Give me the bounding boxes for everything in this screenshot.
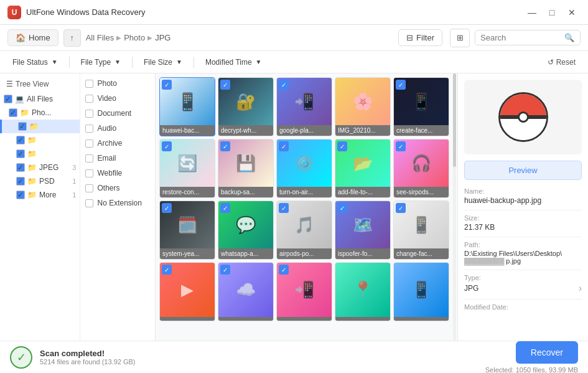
tree-item-sub3[interactable]: ✓ 📁 [0, 147, 80, 161]
tree-label-photo: Pho... [32, 108, 51, 117]
grid-item-8[interactable]: ✓ 📂 add-file-to-... [335, 139, 391, 198]
grid-label-17 [277, 317, 332, 321]
filetype-noext[interactable]: No Extension [80, 196, 155, 210]
filetype-photo[interactable]: Photo [80, 76, 155, 91]
grid-item-19[interactable]: 📱 [393, 262, 449, 321]
grid-item-4[interactable]: ✓ 📱 create-face... [393, 77, 449, 136]
filetype-email[interactable]: Email [80, 151, 155, 166]
minimize-button[interactable]: — [523, 6, 541, 19]
tree-item-all-files[interactable]: ✓ 💻 All Files [0, 92, 80, 106]
tree-checkbox-photo[interactable]: ✓ [9, 108, 17, 117]
reset-button[interactable]: ↺ Reset [541, 55, 582, 69]
grid-check-16: ✓ [220, 265, 230, 275]
file-size-button[interactable]: File Size ▼ [138, 55, 189, 69]
filetype-checkbox-audio[interactable] [85, 125, 93, 133]
grid-item-0[interactable]: ✓ 📱 huawei-bac... [159, 77, 215, 136]
filetype-label-photo: Photo [97, 79, 116, 88]
close-button[interactable]: ✕ [563, 6, 581, 19]
grid-item-10[interactable]: ✓ 🗓️ system-yea... [159, 201, 215, 260]
file-info-section: Name: huawei-backup-app.jpg Size: 21.37 … [464, 187, 582, 334]
reset-label: Reset [556, 58, 576, 67]
tree-item-more[interactable]: ✓ 📁 More 1 [0, 188, 80, 202]
breadcrumb-photo[interactable]: Photo [124, 33, 145, 42]
tree-item-jpeg[interactable]: ✓ 📁 JPEG 3 [0, 161, 80, 174]
grid-scrollbar[interactable] [453, 73, 456, 341]
grid-item-5[interactable]: ✓ 🔄 restore-con... [159, 139, 215, 198]
tree-item-sub1[interactable]: ✓ 📁 [0, 120, 80, 133]
grid-item-3[interactable]: 🌸 IMG_20210... [335, 77, 391, 136]
grid-item-17[interactable]: ✓ 📲 [276, 262, 332, 321]
breadcrumb-allfiles[interactable]: All Files [86, 33, 114, 42]
preview-button[interactable]: Preview [464, 161, 582, 180]
window-controls: — □ ✕ [523, 6, 581, 19]
tree-checkbox-sub1[interactable]: ✓ [18, 122, 27, 131]
tree-item-photo[interactable]: ✓ 📁 Pho... [0, 106, 80, 120]
filetype-checkbox-others[interactable] [85, 184, 93, 192]
grid-item-12[interactable]: ✓ 🎵 airpods-po... [276, 201, 332, 260]
filter-label: Filter [416, 33, 434, 42]
grid-thumb-7: ✓ ⚙️ [277, 139, 332, 187]
tree-checkbox-all[interactable]: ✓ [4, 95, 12, 103]
info-name-row: Name: huawei-backup-app.jpg [464, 187, 582, 205]
grid-item-1[interactable]: ✓ 🔐 decrypt-wh... [218, 77, 274, 136]
tree-checkbox-psd[interactable]: ✓ [16, 177, 25, 186]
file-status-button[interactable]: File Status ▼ [6, 55, 64, 69]
filetype-checkbox-archive[interactable] [85, 139, 93, 148]
toolbar-divider-1 [69, 57, 70, 68]
maximize-button[interactable]: □ [543, 6, 561, 19]
search-input[interactable] [480, 33, 561, 42]
filetype-audio[interactable]: Audio [80, 121, 155, 136]
tree-view-header: ☰ Tree View [0, 76, 80, 92]
modified-time-button[interactable]: Modified Time ▼ [199, 55, 268, 69]
filetype-checkbox-email[interactable] [85, 154, 93, 163]
grid-check-8: ✓ [337, 141, 347, 151]
grid-item-15[interactable]: ✓ ▶ [159, 262, 215, 321]
home-button[interactable]: 🏠 Home [7, 29, 58, 46]
filetype-checkbox-document[interactable] [85, 110, 93, 118]
tree-checkbox-sub2[interactable]: ✓ [16, 136, 25, 144]
filetype-checkbox-photo[interactable] [85, 80, 93, 88]
grid-label-9: see-sirpods... [394, 187, 449, 197]
filter-button[interactable]: ⊟ Filter [398, 29, 442, 46]
tree-checkbox-more[interactable]: ✓ [16, 191, 25, 199]
chevron-right-icon: › [579, 283, 582, 294]
recover-button[interactable]: Recover [516, 341, 578, 364]
grid-item-16[interactable]: ✓ ☁️ [218, 262, 274, 321]
tree-label-more: More [39, 191, 56, 199]
nav-up-button[interactable]: ↑ [63, 29, 81, 47]
tree-item-sub2[interactable]: ✓ 📁 [0, 133, 80, 147]
titlebar: U UltFone Windows Data Recovery — □ ✕ [0, 0, 588, 25]
tree-checkbox-sub3[interactable]: ✓ [16, 149, 25, 158]
filetype-checkbox-noext[interactable] [85, 199, 93, 207]
filetype-video[interactable]: Video [80, 91, 155, 106]
file-type-button[interactable]: File Type ▼ [75, 55, 127, 69]
grid-item-11[interactable]: ✓ 💬 whatsapp-a... [218, 201, 274, 260]
filetype-checkbox-video[interactable] [85, 95, 93, 103]
filetype-archive[interactable]: Archive [80, 136, 155, 151]
grid-item-9[interactable]: ✓ 🎧 see-sirpods... [393, 139, 449, 198]
grid-icon: ⊞ [457, 33, 464, 42]
app-logo: U [7, 6, 21, 19]
grid-item-14[interactable]: ✓ 📱 change-fac... [393, 201, 449, 260]
filetype-webfile[interactable]: Webfile [80, 166, 155, 181]
grid-item-6[interactable]: ✓ 💾 backup-sa... [218, 139, 274, 198]
filetype-checkbox-webfile[interactable] [85, 169, 93, 177]
preview-area [464, 80, 582, 154]
grid-item-2[interactable]: ✓ 📲 google-pla... [276, 77, 332, 136]
reset-icon: ↺ [548, 58, 554, 67]
main-area: ☰ Tree View ✓ 💻 All Files ✓ 📁 Pho... ✓ 📁… [0, 73, 588, 341]
grid-check-7: ✓ [279, 141, 289, 151]
info-type-label: Type: [464, 274, 582, 281]
grid-toggle-button[interactable]: ⊞ [450, 29, 470, 47]
grid-item-13[interactable]: ✓ 🗺️ ispoofer-fo... [335, 201, 391, 260]
filetype-others[interactable]: Others [80, 181, 155, 196]
tree-item-psd[interactable]: ✓ 📁 PSD 1 [0, 174, 80, 188]
breadcrumb-jpg[interactable]: JPG [155, 33, 170, 42]
grid-item-18[interactable]: 📍 [335, 262, 391, 321]
grid-label-5: restore-con... [160, 187, 215, 197]
grid-item-7[interactable]: ✓ ⚙️ turn-on-air... [276, 139, 332, 198]
toolbar-divider-2 [132, 57, 133, 68]
folder-icon-sub3: 📁 [27, 149, 37, 158]
tree-checkbox-jpeg[interactable]: ✓ [16, 163, 25, 172]
filetype-document[interactable]: Document [80, 106, 155, 121]
